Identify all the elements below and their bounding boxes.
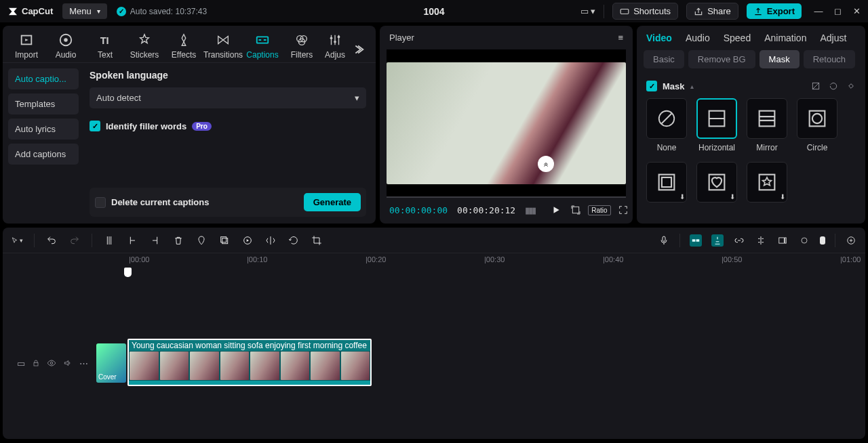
maximize-icon[interactable]: ◻ [833,7,842,16]
trim-left-icon[interactable] [126,234,138,247]
keyframe-diamond-icon[interactable] [846,81,856,91]
track-eye-icon[interactable] [47,358,56,368]
track-lock-icon[interactable] [32,359,40,367]
svg-rect-12 [573,207,579,213]
inspect-tab-speed[interactable]: Speed [724,33,751,43]
mask-enable-checkbox[interactable]: ✓ [646,81,657,91]
mask-handle-icon[interactable] [538,156,554,172]
track-mute-icon[interactable] [63,358,73,368]
zoom-slider-handle[interactable] [820,236,825,245]
inspect-tab-animation[interactable]: Animation [764,33,806,43]
tool-filters[interactable]: Filters [282,30,321,62]
magnet-track-icon[interactable] [711,234,724,247]
export-button[interactable]: Export [747,3,802,19]
zoom-fit-icon[interactable] [845,234,857,247]
reset-icon[interactable] [829,81,838,91]
tool-captions[interactable]: Captions [243,30,282,62]
preview-frame [387,62,626,184]
preview-viewport[interactable] [387,49,626,198]
rotate-icon[interactable] [288,234,300,247]
mic-icon[interactable] [658,234,670,247]
cursor-tool-icon[interactable]: ▾ [11,234,23,247]
inspect-tab-adjust[interactable]: Adjust [820,33,846,43]
spoken-language-select[interactable]: Auto detect ▾ [90,87,366,108]
sub-removebg[interactable]: Remove BG [688,50,755,68]
ratio-button[interactable]: Ratio [588,205,610,215]
tool-import[interactable]: Import [7,30,46,62]
menu-button[interactable]: Menu [62,3,107,19]
svg-rect-31 [785,237,787,242]
preview-toggle-icon[interactable] [776,234,789,247]
sub-basic[interactable]: Basic [644,50,684,68]
clip-audio-waveform [129,381,370,386]
keyframe-add-icon[interactable] [811,81,821,91]
copy-icon[interactable] [218,234,231,247]
captions-tab-templates[interactable]: Templates [8,93,79,114]
shortcuts-button[interactable]: Shortcuts [612,3,678,20]
trim-right-icon[interactable] [149,234,161,247]
captions-tab-autolyrics[interactable]: Auto lyrics [8,119,79,140]
magnet-main-icon[interactable] [690,234,702,247]
inspect-tab-video[interactable]: Video [646,33,672,43]
captions-tab-auto[interactable]: Auto captio... [8,68,79,89]
undo-icon[interactable] [45,234,58,247]
timeline-ruler[interactable]: |00:00 |00:10 |00:20 |00:30 |00:40 |00:5… [3,253,865,268]
filler-words-label: Identify filler words [106,121,186,131]
mask-none[interactable] [646,98,687,139]
mask-star[interactable]: ⬇ [747,162,787,203]
crop-icon[interactable] [311,234,323,247]
tool-text[interactable]: TIText [85,30,125,62]
captions-tab-add[interactable]: Add captions [8,144,79,165]
generate-button[interactable]: Generate [304,193,361,211]
minimize-icon[interactable]: — [814,7,823,16]
link-icon[interactable] [733,234,745,247]
mask-rect[interactable]: ⬇ [646,162,687,203]
frame-step-icon[interactable]: ▮▮▮ [525,205,535,215]
close-icon[interactable]: ✕ [852,7,861,16]
svg-rect-27 [663,236,665,241]
zoom-out-icon[interactable] [798,234,810,247]
inspect-tab-audio[interactable]: Audio [686,33,710,43]
timeline-toolbar: ▾ [3,228,865,253]
video-clip[interactable]: Young caucasian woman sitting sofa enjoy… [127,339,372,386]
track-more-icon[interactable]: ⋯ [79,358,88,368]
tool-audio[interactable]: Audio [46,30,85,62]
tool-adjust[interactable]: Adjus [321,30,349,62]
chevron-up-icon[interactable]: ▴ [690,83,694,90]
mask-horizontal[interactable] [696,98,737,139]
tool-stickers[interactable]: Stickers [125,30,164,62]
svg-rect-25 [221,236,226,242]
app-name: CapCut [22,6,53,16]
play-button[interactable] [551,205,561,215]
sub-mask[interactable]: Mask [760,50,800,68]
track-video-icon[interactable]: ▭ [17,358,25,368]
marker-icon[interactable] [195,234,208,247]
player-menu-icon[interactable]: ≡ [618,33,623,43]
split-icon[interactable] [103,234,115,247]
tool-effects[interactable]: Effects [164,30,203,62]
delete-captions-checkbox[interactable] [95,197,106,208]
delete-captions-label: Delete current captions [111,197,210,207]
delete-icon[interactable] [172,234,184,247]
tool-more[interactable] [349,30,368,60]
sub-retouch[interactable]: Retouch [804,50,855,68]
layout-icon[interactable]: ▭ ▾ [580,6,596,16]
mask-section-label: Mask [663,81,685,91]
fullscreen-icon[interactable] [618,205,629,215]
mirror-icon[interactable] [264,234,277,247]
reverse-icon[interactable] [241,234,254,247]
mask-circle[interactable] [797,98,837,139]
timecode-total: 00:00:20:12 [457,205,515,215]
mask-mirror[interactable] [747,98,787,139]
share-button[interactable]: Share [686,3,738,20]
redo-icon[interactable] [68,234,81,247]
filler-words-checkbox[interactable]: ✓ [90,121,100,131]
svg-rect-17 [760,111,775,127]
svg-point-3 [64,38,68,42]
align-icon[interactable] [755,234,767,247]
cover-thumbnail[interactable]: Cover [96,343,126,383]
mask-heart[interactable]: ⬇ [696,162,737,203]
tool-transitions[interactable]: Transitions [203,30,243,62]
scale-icon[interactable] [570,205,581,215]
download-icon: ⬇ [730,193,735,201]
